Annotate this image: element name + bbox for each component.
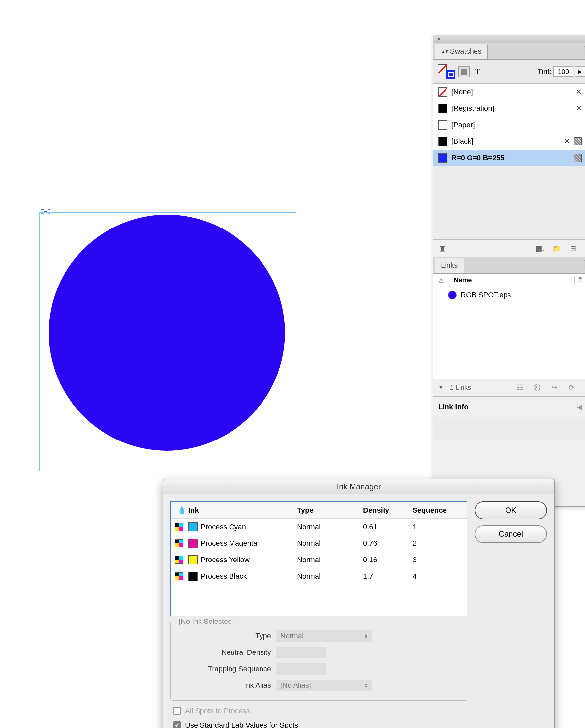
droplet-column-icon[interactable]: 💧 — [175, 506, 188, 515]
new-group-icon[interactable]: 📁 — [552, 244, 562, 253]
type-select: Normal ▲▼ — [276, 630, 372, 642]
swatch-list-empty — [433, 166, 585, 239]
cancel-button[interactable]: Cancel — [475, 525, 547, 543]
ink-row-cyan[interactable]: Process Cyan Normal 0.61 1 — [171, 519, 466, 535]
ink-chip — [188, 572, 198, 581]
page-column-icon[interactable]: 🗎 — [578, 276, 584, 285]
tint-input[interactable] — [553, 66, 573, 77]
ink-type: Normal — [297, 523, 363, 531]
swatch-item-paper[interactable]: [Paper] — [433, 117, 585, 133]
swatch-name: [Black] — [452, 137, 473, 146]
lab-values-check[interactable]: ✔ Use Standard Lab Values for Spots — [173, 721, 467, 728]
container-format-button[interactable] — [458, 66, 469, 77]
new-swatch-plus-icon[interactable]: ⊞ — [568, 244, 578, 253]
ink-row-magenta[interactable]: Process Magenta Normal 0.76 2 — [171, 535, 466, 552]
tab-swatches[interactable]: ▲▼ Swatches — [435, 44, 488, 59]
check-label: All Spots to Process — [185, 707, 250, 715]
warning-column-icon[interactable]: ⚠ — [438, 276, 444, 284]
ink-seq: 2 — [412, 539, 463, 548]
link-row[interactable]: RGB SPOT.eps 1 — [433, 287, 585, 303]
swatches-list: [None] ✕ [Registration] ✕ ✛ [Paper] [Bla… — [433, 84, 585, 166]
prev-link-icon[interactable]: ◀ — [577, 403, 582, 411]
chevron-down-icon[interactable]: ▼ — [438, 385, 443, 391]
alias-value: [No Alias] — [280, 681, 311, 690]
ink-density: 0.16 — [363, 555, 412, 564]
swatch-item-registration[interactable]: [Registration] ✕ ✛ — [433, 100, 585, 117]
ink-chip — [188, 522, 198, 531]
swatch-chip-none — [438, 87, 448, 97]
tab-links[interactable]: Links — [435, 258, 464, 273]
placed-artwork-circle — [49, 215, 285, 451]
select-chevron-icon: ▲▼ — [364, 633, 368, 639]
type-field-label: Type: — [177, 632, 273, 640]
ink-table: 💧 Ink Type Density Sequence Process Cyan… — [171, 501, 467, 616]
ink-alias-field-label: Ink Alias: — [177, 681, 273, 690]
selected-frame[interactable] — [39, 212, 297, 471]
cant-edit-icon: ✕ — [576, 104, 582, 113]
ok-button[interactable]: OK — [475, 501, 547, 519]
swatches-tab-label: Swatches — [450, 47, 481, 56]
close-icon[interactable]: ✕ — [437, 36, 441, 42]
panel-titlebar: ✕ ◀◀ — [433, 35, 585, 43]
ink-type: Normal — [297, 555, 363, 564]
link-chain-icon[interactable]: ⛓ — [532, 383, 542, 392]
ink-row-black[interactable]: Process Black Normal 1.7 4 — [171, 568, 466, 584]
trapping-field-label: Trapping Sequence: — [177, 665, 273, 673]
swatch-name: [Registration] — [452, 104, 494, 113]
select-chevron-icon: ▲▼ — [364, 683, 368, 688]
text-format-button[interactable]: T — [474, 67, 481, 77]
ink-chip — [188, 555, 198, 565]
link-info-empty — [433, 417, 585, 440]
ink-type: Normal — [297, 572, 363, 581]
swatch-item-blue-rgb[interactable]: R=0 G=0 B=255 — [433, 150, 585, 166]
ink-density: 0.76 — [363, 539, 412, 548]
process-ink-icon — [175, 572, 183, 580]
fill-stroke-proxy[interactable] — [438, 64, 454, 78]
show-swatch-kinds-icon[interactable]: ▦. — [535, 244, 545, 253]
spots-to-process-check: All Spots to Process — [173, 707, 467, 715]
swatch-name: [Paper] — [452, 121, 475, 129]
goto-link-icon[interactable]: ↪ — [550, 383, 559, 392]
new-swatch-icon[interactable]: ▣ — [437, 244, 447, 253]
check-label: Use Standard Lab Values for Spots — [185, 721, 298, 728]
links-tab-label: Links — [441, 261, 458, 270]
ink-name: Process Yellow — [201, 555, 250, 564]
trapping-input — [276, 663, 326, 675]
swatch-item-none[interactable]: [None] ✕ — [433, 84, 585, 100]
update-link-icon[interactable]: ⟳ — [566, 383, 577, 392]
swatch-chip-paper — [438, 120, 448, 130]
process-ink-icon — [175, 539, 183, 547]
ink-name: Process Black — [201, 572, 247, 581]
tint-group: Tint: ▶ % — [537, 66, 585, 77]
density-field-label: Neutral Density: — [177, 648, 273, 657]
link-adornment-icon — [39, 207, 52, 217]
ink-seq: 1 — [412, 523, 463, 531]
ink-name: Process Cyan — [201, 523, 246, 531]
link-info-label: Link Info — [438, 402, 468, 411]
ink-seq: 3 — [412, 555, 463, 564]
link-thumbnail — [448, 291, 457, 300]
tint-label: Tint: — [537, 67, 551, 76]
swatch-name: R=0 G=0 B=255 — [452, 154, 505, 162]
name-column-header[interactable]: Name — [454, 276, 472, 284]
relink-icon[interactable]: ☷ — [515, 383, 525, 392]
density-column-header[interactable]: Density — [363, 506, 412, 515]
density-input — [276, 647, 326, 658]
edit-original-icon[interactable]: ✎ — [584, 383, 585, 392]
ink-column-header[interactable]: Ink — [188, 506, 297, 515]
link-info-section[interactable]: Link Info ◀ ▶ — [433, 396, 585, 417]
ink-table-empty — [171, 584, 466, 616]
swatch-chip-blue — [438, 153, 448, 162]
swatch-item-black[interactable]: [Black] ✕ — [433, 133, 585, 150]
ink-row-yellow[interactable]: Process Yellow Normal 0.16 3 — [171, 552, 466, 568]
ink-manager-dialog: Ink Manager 💧 Ink Type Density Sequence … — [163, 479, 555, 728]
global-swatch-icon — [574, 154, 582, 162]
type-column-header[interactable]: Type — [297, 506, 363, 515]
swatches-toolbar: T Tint: ▶ % — [433, 60, 585, 84]
tint-flyout-button[interactable]: ▶ — [575, 66, 585, 77]
ink-name: Process Magenta — [201, 539, 257, 548]
cant-edit-icon: ✕ — [576, 88, 582, 96]
ink-density: 0.61 — [363, 523, 412, 531]
ink-seq: 4 — [412, 572, 463, 581]
sequence-column-header[interactable]: Sequence — [412, 506, 463, 515]
